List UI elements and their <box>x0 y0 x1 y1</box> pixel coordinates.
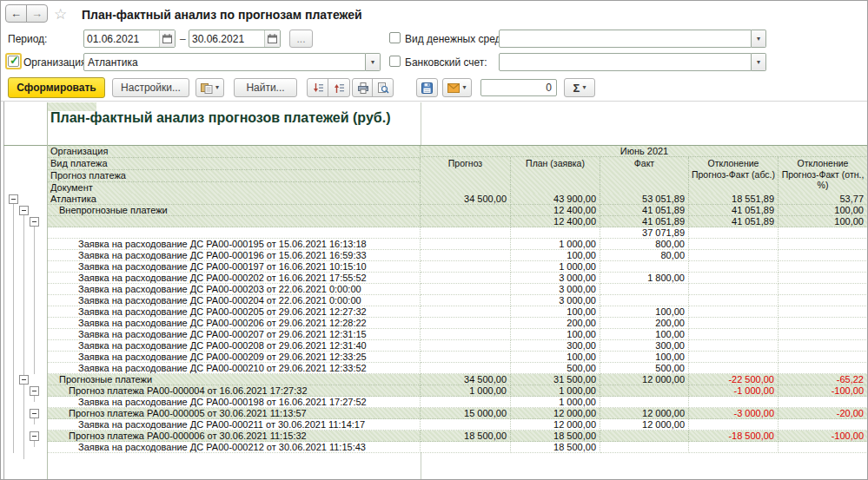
table-value-cell[interactable] <box>689 261 779 273</box>
table-value-cell[interactable] <box>779 239 868 250</box>
table-value-cell[interactable]: 12 000,00 <box>600 419 689 431</box>
expand-groups-button[interactable] <box>307 78 329 97</box>
table-value-cell[interactable] <box>600 442 689 453</box>
print-button[interactable] <box>352 78 374 97</box>
bank-account-checkbox[interactable] <box>389 56 401 67</box>
row-label-cell[interactable]: Заявка на расходование ДС РА00-000198 от… <box>47 397 421 408</box>
collapse-group-expander-icon[interactable] <box>30 431 39 441</box>
table-value-cell[interactable] <box>689 284 779 295</box>
table-value-cell[interactable]: 1 800,00 <box>600 273 689 284</box>
table-value-cell[interactable] <box>779 419 868 431</box>
row-label-cell[interactable]: Заявка на расходование ДС РА00-000204 от… <box>47 295 421 306</box>
table-value-cell[interactable]: 100,00 <box>511 352 600 363</box>
table-value-cell[interactable] <box>600 284 689 295</box>
report-variants-button[interactable]: ▾ <box>195 78 224 97</box>
table-value-cell[interactable] <box>421 419 511 431</box>
table-value-cell[interactable] <box>421 352 511 363</box>
table-value-cell[interactable] <box>421 250 511 261</box>
table-value-cell[interactable] <box>689 250 779 261</box>
row-label-cell[interactable]: Заявка на расходование ДС РА00-000197 от… <box>47 261 421 273</box>
autosum-field[interactable]: 0 <box>480 79 557 96</box>
table-value-cell[interactable] <box>600 431 689 442</box>
row-label-cell[interactable]: Заявка на расходование ДС РА00-000196 от… <box>47 250 421 261</box>
table-value-cell[interactable] <box>421 318 511 329</box>
table-value-cell[interactable]: 34 500,00 <box>421 194 511 205</box>
table-value-cell[interactable]: 200,00 <box>600 318 689 329</box>
table-value-cell[interactable]: 18 551,89 <box>689 194 779 205</box>
table-value-cell[interactable] <box>421 284 511 295</box>
table-value-cell[interactable]: 800,00 <box>600 239 689 250</box>
table-value-cell[interactable]: 41 051,89 <box>600 216 689 227</box>
table-value-cell[interactable]: 100,00 <box>511 250 600 261</box>
table-value-cell[interactable]: 3 000,00 <box>511 273 600 284</box>
collapse-group-expander-icon[interactable] <box>30 217 39 227</box>
table-value-cell[interactable] <box>600 261 689 273</box>
table-value-cell[interactable]: 1 000,00 <box>511 385 600 397</box>
table-value-cell[interactable]: 12 400,00 <box>511 205 600 216</box>
table-value-cell[interactable] <box>779 250 868 261</box>
table-value-cell[interactable] <box>779 340 868 352</box>
table-value-cell[interactable]: 100,00 <box>600 352 689 363</box>
table-value-cell[interactable] <box>779 261 868 273</box>
bank-account-dropdown-button[interactable]: ▾ <box>752 53 766 71</box>
table-value-cell[interactable] <box>421 227 511 239</box>
row-label-cell[interactable]: Заявка на расходование ДС РА00-000207 от… <box>47 329 421 340</box>
find-button[interactable]: Найти... <box>234 78 297 97</box>
collapse-group-expander-icon[interactable] <box>9 194 18 204</box>
table-value-cell[interactable] <box>779 397 868 408</box>
cash-kind-value[interactable] <box>499 30 752 48</box>
table-value-cell[interactable] <box>689 397 779 408</box>
table-value-cell[interactable] <box>689 363 779 374</box>
table-value-cell[interactable] <box>600 385 689 397</box>
collapse-group-expander-icon[interactable] <box>19 206 29 215</box>
period-from-input[interactable] <box>84 30 159 47</box>
row-label-cell[interactable]: Прогноз платежа РА00-000006 от 30.06.202… <box>47 431 421 442</box>
table-value-cell[interactable] <box>421 216 511 227</box>
table-value-cell[interactable] <box>421 329 511 340</box>
table-value-cell[interactable] <box>689 352 779 363</box>
settings-button[interactable]: Настройки... <box>112 78 189 97</box>
table-value-cell[interactable] <box>511 227 600 239</box>
row-label-cell[interactable]: Заявка на расходование ДС РА00-000202 от… <box>47 273 421 284</box>
table-value-cell[interactable] <box>689 239 779 250</box>
table-value-cell[interactable]: 12 000,00 <box>600 374 689 385</box>
sigma-button[interactable]: Σ ▾ <box>564 78 595 97</box>
table-value-cell[interactable]: 500,00 <box>600 363 689 374</box>
calendar-button[interactable] <box>159 30 175 47</box>
table-value-cell[interactable]: 200,00 <box>511 318 600 329</box>
table-value-cell[interactable]: 31 500,00 <box>511 374 600 385</box>
table-value-cell[interactable]: -1 000,00 <box>689 385 779 397</box>
table-value-cell[interactable] <box>421 363 511 374</box>
table-value-cell[interactable]: 12 000,00 <box>600 408 689 419</box>
print-preview-button[interactable] <box>372 78 394 97</box>
favorite-star-icon[interactable]: ☆ <box>54 5 67 23</box>
table-value-cell[interactable]: 3 000,00 <box>511 295 600 306</box>
table-value-cell[interactable]: 18 500,00 <box>421 431 511 442</box>
table-value-cell[interactable]: 53 051,89 <box>600 194 689 205</box>
table-value-cell[interactable]: 41 051,89 <box>689 205 779 216</box>
send-mail-button[interactable]: ▾ <box>442 78 472 97</box>
table-value-cell[interactable] <box>689 329 779 340</box>
table-value-cell[interactable] <box>689 295 779 306</box>
table-value-cell[interactable]: 41 051,89 <box>600 205 689 216</box>
back-button[interactable]: ← <box>5 4 27 23</box>
table-value-cell[interactable]: 41 051,89 <box>689 216 779 227</box>
table-value-cell[interactable]: 12 000,00 <box>511 419 600 431</box>
table-value-cell[interactable] <box>779 442 868 453</box>
table-value-cell[interactable] <box>421 295 511 306</box>
table-value-cell[interactable] <box>779 306 868 318</box>
table-value-cell[interactable] <box>779 284 868 295</box>
table-value-cell[interactable]: -100,00 <box>779 431 868 442</box>
row-label-cell[interactable]: Прогнозные платежи <box>47 374 421 385</box>
table-value-cell[interactable]: -22 500,00 <box>689 374 779 385</box>
org-dropdown-button[interactable]: ▾ <box>366 53 381 71</box>
org-checkbox[interactable] <box>8 56 19 67</box>
table-value-cell[interactable] <box>779 318 868 329</box>
table-value-cell[interactable] <box>779 227 868 239</box>
table-value-cell[interactable]: -18 500,00 <box>689 431 779 442</box>
table-value-cell[interactable]: 3 000,00 <box>511 284 600 295</box>
table-value-cell[interactable]: 80,00 <box>600 250 689 261</box>
collapse-group-expander-icon[interactable] <box>30 409 39 418</box>
table-value-cell[interactable] <box>421 306 511 318</box>
row-label-cell[interactable]: Прогноз платежа РА00-000005 от 30.06.202… <box>47 408 421 419</box>
